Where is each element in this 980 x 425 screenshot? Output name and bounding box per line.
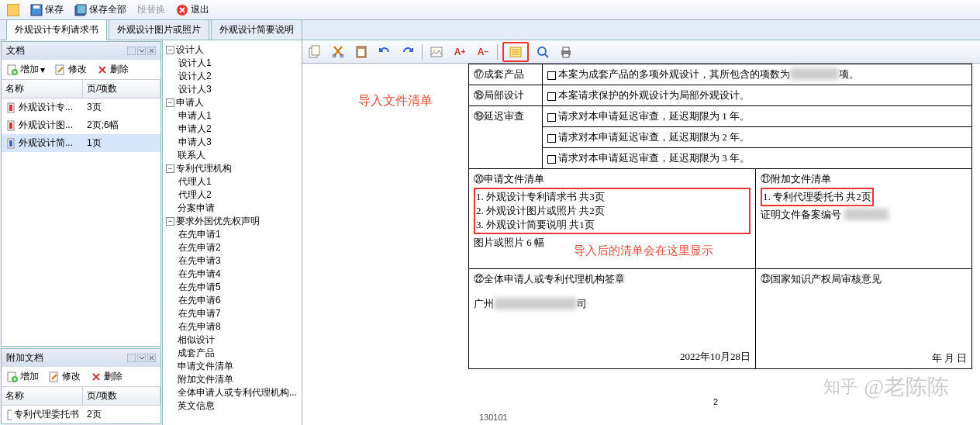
pin-icon[interactable] <box>127 354 136 362</box>
list-item[interactable]: 外观设计专... 3页 <box>2 98 160 116</box>
tree-leaf[interactable]: 在先申请4 <box>178 268 300 281</box>
list-item[interactable]: 外观设计简... 1页 <box>2 134 160 152</box>
image-icon <box>430 45 443 59</box>
tree-leaf[interactable]: 在先申请5 <box>178 281 300 294</box>
svg-rect-26 <box>312 46 319 55</box>
tree-leaf[interactable]: 在先申请3 <box>178 254 300 268</box>
tree-node[interactable]: 申请文件清单 <box>166 360 300 373</box>
text: 本案为成套产品的多项外观设计，其所包含的项数为 <box>558 68 790 80</box>
dropdown-icon[interactable] <box>137 47 146 55</box>
font-decrease-button[interactable]: A− <box>474 43 492 61</box>
panel-controls <box>127 354 156 362</box>
svg-rect-4 <box>77 5 86 14</box>
dropdown-icon[interactable] <box>137 354 146 362</box>
nav-tree: −设计人设计人1设计人2设计人3−申请人申请人1申请人2申请人3联系人−专利代理… <box>163 40 302 425</box>
tree-toggle-icon[interactable]: − <box>166 164 174 173</box>
insert-image-button[interactable] <box>427 43 446 61</box>
tree-node[interactable]: 全体申请人或专利代理机构... <box>166 386 300 399</box>
checkbox[interactable] <box>547 155 556 164</box>
col-pages[interactable]: 页/项数 <box>83 80 160 98</box>
tab-request[interactable]: 外观设计专利请求书 <box>6 19 107 40</box>
tab-images[interactable]: 外观设计图片或照片 <box>109 19 209 40</box>
tree-leaf[interactable]: 代理人2 <box>178 188 300 202</box>
document-canvas[interactable]: 导入文件清单 导入后的清单会在这里显示 ⑰成套产品 本案为成套产品的多项外观设计… <box>302 64 980 425</box>
print-button[interactable] <box>557 43 575 61</box>
text: 本案请求保护的外观设计为局部外观设计。 <box>558 89 750 101</box>
checkbox[interactable] <box>547 134 556 143</box>
zoom-button[interactable] <box>533 43 552 61</box>
app-icon-button[interactable] <box>3 2 23 18</box>
tree-toggle-icon[interactable]: − <box>166 217 174 226</box>
list-item[interactable]: 外观设计图... 2页;6幅 <box>2 116 160 134</box>
tree-leaf[interactable]: 申请人3 <box>178 136 300 149</box>
checkbox[interactable] <box>547 92 556 101</box>
tree-toggle-icon[interactable]: − <box>166 98 174 107</box>
redo-button[interactable] <box>399 43 417 61</box>
paste-button[interactable] <box>352 43 371 61</box>
tree-leaf[interactable]: 在先申请1 <box>178 228 300 241</box>
col-name[interactable]: 名称 <box>2 387 83 405</box>
pin-icon[interactable] <box>127 47 136 55</box>
tree-leaf[interactable]: 在先申请7 <box>178 307 300 320</box>
tree-leaf[interactable]: 申请人1 <box>178 109 300 123</box>
delete-button[interactable]: 删除 <box>93 61 132 78</box>
checkbox[interactable] <box>547 71 556 80</box>
col-name[interactable]: 名称 <box>2 80 83 98</box>
cut-icon <box>331 45 345 59</box>
add-label: 增加 <box>20 370 39 383</box>
tree-node[interactable]: −设计人 <box>166 43 300 57</box>
copy-button[interactable] <box>305 43 324 61</box>
undo-button[interactable] <box>375 43 394 61</box>
tree-leaf[interactable]: 设计人1 <box>178 57 300 70</box>
svg-rect-15 <box>9 123 12 129</box>
close-icon[interactable] <box>147 47 156 55</box>
add-button[interactable]: 增加▾ <box>3 61 48 78</box>
cut-button[interactable] <box>329 43 347 61</box>
tree-leaf[interactable]: 在先申请2 <box>178 241 300 254</box>
tree-node[interactable]: −要求外国优先权声明 <box>166 215 300 228</box>
doc-pages: 1页 <box>83 136 105 150</box>
tree-leaf[interactable]: 设计人3 <box>178 83 300 96</box>
exit-button[interactable]: 退出 <box>172 2 213 18</box>
tree-leaf[interactable]: 在先申请8 <box>178 320 300 333</box>
highlighted-toolbar-button[interactable] <box>502 42 529 62</box>
tree-leaf[interactable]: 申请人2 <box>178 123 300 136</box>
tree-node[interactable]: 分案申请 <box>166 202 300 215</box>
replace-button[interactable]: 段替换 <box>133 2 169 18</box>
tree-node[interactable]: 联系人 <box>166 149 300 162</box>
doc-name: 外观设计图... <box>19 119 73 132</box>
editor-area: A+ A− 导入文件清单 导入后的清单会在这里显示 ⑰成套产品 本案为成套产品的… <box>302 40 980 425</box>
font-increase-button[interactable]: A+ <box>450 43 469 61</box>
cell-19-content: 请求对本申请延迟审查，延迟期限为 3 年。 <box>543 148 972 169</box>
list-item[interactable]: 专利代理委托书 2页 <box>2 406 160 423</box>
modify-button[interactable]: 修改 <box>45 368 84 385</box>
svg-rect-13 <box>9 105 12 111</box>
checkbox[interactable] <box>547 113 556 122</box>
delete-button[interactable]: 删除 <box>87 368 126 385</box>
tree-node[interactable]: 成套产品 <box>166 347 300 360</box>
close-icon[interactable] <box>147 354 156 362</box>
cell-22: ㉒全体申请人或专利代理机构签章 广州x司 2022年10月28日 <box>469 269 756 369</box>
tree-leaf[interactable]: 代理人1 <box>178 175 300 188</box>
blurred: x <box>844 209 889 220</box>
tree-node[interactable]: 英文信息 <box>166 399 300 413</box>
tree-leaf[interactable]: 设计人2 <box>178 70 300 83</box>
exit-icon <box>176 4 188 16</box>
cell-19-label: ⑲延迟审查 <box>469 106 543 169</box>
tree-node[interactable]: −专利代理机构 <box>166 162 300 175</box>
tree-leaf[interactable]: 在先申请6 <box>178 294 300 307</box>
form-table: ⑰成套产品 本案为成套产品的多项外观设计，其所包含的项数为xx项。 ⑱局部设计 … <box>468 64 972 369</box>
tree-node[interactable]: 相似设计 <box>166 333 300 347</box>
tab-brief[interactable]: 外观设计简要说明 <box>211 19 302 40</box>
add-button[interactable]: 增加 <box>3 368 42 385</box>
svg-rect-19 <box>137 354 146 362</box>
cell-21: ㉑附加文件清单 1. 专利代理委托书 共2页 证明文件备案编号x <box>756 169 972 269</box>
tree-node[interactable]: −申请人 <box>166 96 300 109</box>
svg-rect-2 <box>33 5 40 9</box>
col-pages[interactable]: 页/项数 <box>83 387 160 405</box>
tree-node[interactable]: 附加文件清单 <box>166 373 300 386</box>
tree-toggle-icon[interactable]: − <box>166 46 174 54</box>
save-button[interactable]: 保存 <box>26 2 67 18</box>
modify-button[interactable]: 修改 <box>51 61 90 78</box>
save-all-button[interactable]: 保存全部 <box>71 2 130 18</box>
